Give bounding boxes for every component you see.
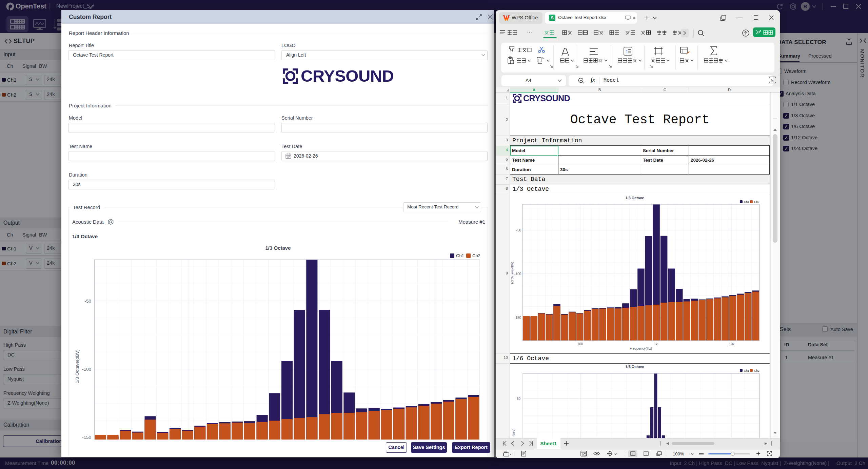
svg-text:-100: -100 — [514, 272, 521, 276]
svg-text:CRYSOUND: CRYSOUND — [523, 94, 570, 103]
svg-text:-50: -50 — [516, 397, 521, 401]
svg-text:Ch2: Ch2 — [754, 369, 760, 372]
svg-text:CRYSOUND: CRYSOUND — [301, 68, 394, 85]
svg-text:1/3 Octave: 1/3 Octave — [625, 196, 644, 200]
svg-text:Ch2: Ch2 — [754, 200, 760, 204]
svg-text:-100: -100 — [82, 367, 91, 372]
svg-text:1k: 1k — [654, 342, 658, 346]
svg-text:-150: -150 — [82, 435, 91, 440]
svg-text:Frequency(Hz): Frequency(Hz) — [630, 347, 652, 350]
svg-text:1/3 Octave(dBV): 1/3 Octave(dBV) — [511, 262, 514, 285]
svg-text:VB: VB — [504, 451, 507, 453]
svg-text:10k: 10k — [729, 342, 735, 346]
svg-text:1/6 Octave: 1/6 Octave — [625, 365, 644, 369]
svg-text:1: 1 — [626, 49, 628, 54]
svg-text:1/3 Octave: 1/3 Octave — [265, 245, 291, 251]
svg-text:(dBV): (dBV) — [512, 429, 515, 436]
svg-text:-50: -50 — [516, 228, 521, 232]
svg-text:Ch2: Ch2 — [472, 253, 480, 258]
svg-text:Ch1: Ch1 — [744, 200, 749, 204]
svg-text:Ch1: Ch1 — [744, 369, 749, 372]
svg-text:1/3 Octave(dBV): 1/3 Octave(dBV) — [75, 349, 80, 383]
svg-text:-150: -150 — [514, 316, 521, 320]
svg-text:100: 100 — [577, 342, 583, 346]
svg-text:-50: -50 — [84, 299, 91, 304]
svg-text:fx: fx — [771, 78, 773, 82]
svg-text:Ch1: Ch1 — [456, 253, 464, 258]
